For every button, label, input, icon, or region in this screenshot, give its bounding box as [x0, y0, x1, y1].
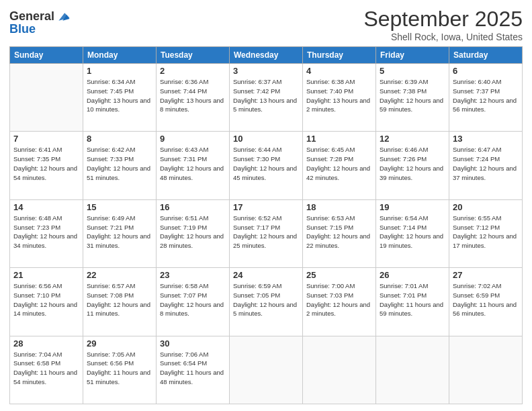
daylight-text: Daylight: 12 hours and 37 minutes.: [453, 165, 517, 181]
day-info: Sunrise: 7:04 AMSunset: 6:58 PMDaylight:…: [13, 350, 79, 387]
weekday-sunday: Sunday: [10, 47, 83, 64]
day-cell: 5Sunrise: 6:39 AMSunset: 7:38 PMDaylight…: [376, 64, 449, 132]
daylight-text: Daylight: 12 hours and 34 minutes.: [13, 232, 77, 249]
day-info: Sunrise: 7:06 AMSunset: 6:54 PMDaylight:…: [160, 350, 226, 387]
sunset-text: Sunset: 7:08 PM: [87, 291, 134, 299]
daylight-text: Daylight: 12 hours and 19 minutes.: [380, 232, 443, 249]
calendar: SundayMondayTuesdayWednesdayThursdayFrid…: [9, 46, 523, 404]
sunrise-text: Sunrise: 6:42 AM: [87, 146, 135, 153]
sunset-text: Sunset: 7:40 PM: [306, 87, 353, 95]
day-number: 25: [306, 270, 372, 280]
logo-blue: Blue: [9, 22, 71, 36]
daylight-text: Daylight: 13 hours and 10 minutes.: [87, 97, 150, 113]
sunrise-text: Sunrise: 6:53 AM: [306, 214, 355, 222]
month-title: September 2025: [363, 7, 523, 32]
sunset-text: Sunset: 7:10 PM: [13, 291, 60, 299]
day-number: 8: [87, 134, 152, 144]
sunrise-text: Sunrise: 7:01 AM: [380, 282, 428, 289]
day-info: Sunrise: 7:02 AMSunset: 6:59 PMDaylight:…: [453, 281, 519, 318]
day-info: Sunrise: 6:43 AMSunset: 7:31 PMDaylight:…: [160, 145, 226, 182]
day-info: Sunrise: 6:58 AMSunset: 7:07 PMDaylight:…: [160, 281, 226, 318]
day-info: Sunrise: 6:48 AMSunset: 7:23 PMDaylight:…: [13, 214, 79, 250]
sunrise-text: Sunrise: 6:39 AM: [380, 78, 428, 85]
sunrise-text: Sunrise: 6:36 AM: [160, 78, 208, 85]
sunset-text: Sunset: 7:42 PM: [233, 87, 280, 95]
day-info: Sunrise: 6:42 AMSunset: 7:33 PMDaylight:…: [87, 145, 152, 182]
day-cell: [449, 336, 523, 404]
sunrise-text: Sunrise: 6:57 AM: [87, 282, 135, 289]
sunset-text: Sunset: 6:54 PM: [160, 359, 207, 367]
sunrise-text: Sunrise: 6:51 AM: [160, 214, 208, 222]
day-number: 15: [87, 202, 152, 212]
day-cell: 19Sunrise: 6:54 AMSunset: 7:14 PMDayligh…: [376, 199, 449, 267]
sunset-text: Sunset: 7:24 PM: [453, 155, 500, 163]
logo-text: General: [9, 10, 54, 24]
sunset-text: Sunset: 7:17 PM: [233, 224, 280, 231]
sunset-text: Sunset: 7:28 PM: [306, 155, 353, 163]
day-info: Sunrise: 6:49 AMSunset: 7:21 PMDaylight:…: [87, 214, 152, 250]
day-number: 12: [380, 134, 445, 144]
sunset-text: Sunset: 7:44 PM: [160, 87, 207, 95]
daylight-text: Daylight: 12 hours and 25 minutes.: [233, 232, 297, 249]
day-cell: 2Sunrise: 6:36 AMSunset: 7:44 PMDaylight…: [157, 64, 230, 132]
day-number: 19: [380, 202, 445, 212]
day-number: 7: [13, 134, 79, 144]
weekday-saturday: Saturday: [449, 47, 523, 64]
day-number: 6: [453, 66, 519, 76]
sunrise-text: Sunrise: 7:02 AM: [453, 282, 501, 289]
day-number: 5: [380, 66, 445, 76]
day-cell: 1Sunrise: 6:34 AMSunset: 7:45 PMDaylight…: [83, 64, 157, 132]
sunset-text: Sunset: 7:14 PM: [380, 224, 427, 231]
day-number: 17: [233, 202, 299, 212]
sunset-text: Sunset: 7:45 PM: [87, 87, 134, 95]
day-cell: 11Sunrise: 6:45 AMSunset: 7:28 PMDayligh…: [303, 132, 376, 199]
daylight-text: Daylight: 12 hours and 56 minutes.: [453, 97, 517, 113]
day-cell: 12Sunrise: 6:46 AMSunset: 7:26 PMDayligh…: [376, 132, 449, 199]
day-cell: 15Sunrise: 6:49 AMSunset: 7:21 PMDayligh…: [83, 199, 157, 267]
sunrise-text: Sunrise: 6:40 AM: [453, 78, 501, 85]
sunrise-text: Sunrise: 6:48 AM: [13, 214, 62, 222]
day-info: Sunrise: 6:41 AMSunset: 7:35 PMDaylight:…: [13, 145, 79, 182]
day-number: 28: [13, 338, 79, 349]
day-number: 14: [13, 202, 79, 212]
daylight-text: Daylight: 12 hours and 5 minutes.: [233, 301, 297, 318]
daylight-text: Daylight: 12 hours and 59 minutes.: [380, 97, 443, 113]
week-row-5: 28Sunrise: 7:04 AMSunset: 6:58 PMDayligh…: [10, 336, 523, 404]
day-info: Sunrise: 6:51 AMSunset: 7:19 PMDaylight:…: [160, 214, 226, 250]
day-number: 4: [306, 66, 372, 76]
day-cell: 6Sunrise: 6:40 AMSunset: 7:37 PMDaylight…: [449, 64, 523, 132]
day-cell: 24Sunrise: 6:59 AMSunset: 7:05 PMDayligh…: [230, 268, 303, 336]
daylight-text: Daylight: 12 hours and 54 minutes.: [13, 165, 77, 181]
sunrise-text: Sunrise: 7:05 AM: [87, 351, 135, 358]
sunset-text: Sunset: 6:56 PM: [87, 359, 134, 367]
sunrise-text: Sunrise: 6:58 AM: [160, 282, 208, 289]
day-cell: 25Sunrise: 7:00 AMSunset: 7:03 PMDayligh…: [303, 268, 376, 336]
day-info: Sunrise: 7:00 AMSunset: 7:03 PMDaylight:…: [306, 281, 372, 318]
daylight-text: Daylight: 12 hours and 42 minutes.: [306, 165, 370, 181]
sunrise-text: Sunrise: 6:45 AM: [306, 146, 355, 153]
day-info: Sunrise: 6:47 AMSunset: 7:24 PMDaylight:…: [453, 145, 519, 182]
day-number: 26: [380, 270, 445, 280]
day-info: Sunrise: 6:46 AMSunset: 7:26 PMDaylight:…: [380, 145, 445, 182]
sunrise-text: Sunrise: 6:43 AM: [160, 146, 208, 153]
sunrise-text: Sunrise: 6:59 AM: [233, 282, 281, 289]
sunset-text: Sunset: 7:07 PM: [160, 291, 207, 299]
day-cell: 13Sunrise: 6:47 AMSunset: 7:24 PMDayligh…: [449, 132, 523, 199]
location: Shell Rock, Iowa, United States: [363, 32, 523, 42]
daylight-text: Daylight: 12 hours and 39 minutes.: [380, 165, 443, 181]
sunrise-text: Sunrise: 6:56 AM: [13, 282, 62, 289]
daylight-text: Daylight: 11 hours and 56 minutes.: [453, 301, 517, 318]
day-info: Sunrise: 6:55 AMSunset: 7:12 PMDaylight:…: [453, 214, 519, 250]
day-number: 9: [160, 134, 226, 144]
day-info: Sunrise: 6:56 AMSunset: 7:10 PMDaylight:…: [13, 281, 79, 318]
daylight-text: Daylight: 12 hours and 11 minutes.: [87, 301, 150, 318]
day-info: Sunrise: 6:40 AMSunset: 7:37 PMDaylight:…: [453, 77, 519, 114]
day-cell: 21Sunrise: 6:56 AMSunset: 7:10 PMDayligh…: [10, 268, 83, 336]
sunset-text: Sunset: 7:33 PM: [87, 155, 134, 163]
day-cell: 30Sunrise: 7:06 AMSunset: 6:54 PMDayligh…: [157, 336, 230, 404]
day-cell: 18Sunrise: 6:53 AMSunset: 7:15 PMDayligh…: [303, 199, 376, 267]
day-cell: 9Sunrise: 6:43 AMSunset: 7:31 PMDaylight…: [157, 132, 230, 199]
sunrise-text: Sunrise: 6:44 AM: [233, 146, 281, 153]
sunset-text: Sunset: 7:30 PM: [233, 155, 280, 163]
day-info: Sunrise: 6:38 AMSunset: 7:40 PMDaylight:…: [306, 77, 372, 114]
